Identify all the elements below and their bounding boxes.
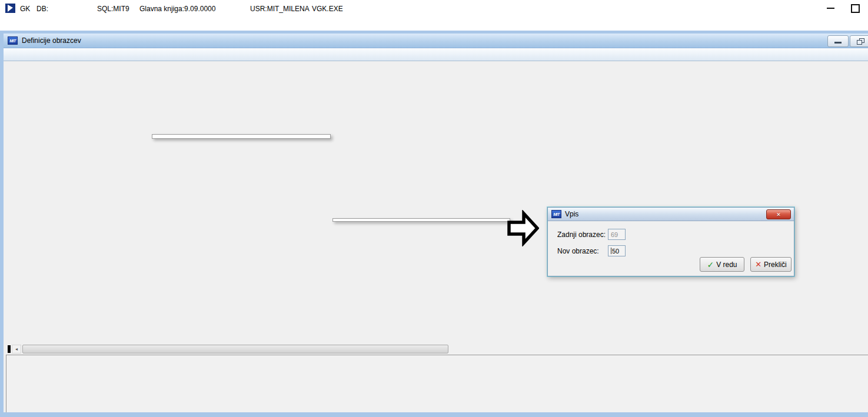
text-cursor-artifact: [8, 345, 11, 353]
tab-strip: [4, 48, 868, 61]
cancel-button-label: Prekliči: [764, 261, 787, 269]
cancel-button[interactable]: ✕ Prekliči: [750, 257, 791, 272]
main-titlebar: GK DB: SQL:MIT9 Glavna knjiga:9.09.0000 …: [0, 0, 868, 18]
empty-client-area: [6, 355, 868, 412]
child-restore-button[interactable]: [850, 35, 868, 47]
text-caret: [611, 248, 611, 254]
mit-logo-icon: MIT: [8, 36, 18, 45]
dialog-titlebar[interactable]: MIT Vpis ✕: [548, 208, 794, 221]
mit-logo-icon: MIT: [551, 210, 561, 218]
app-icon: [5, 3, 16, 14]
dialog-title: Vpis: [565, 210, 578, 218]
scrollbar-thumb[interactable]: [22, 345, 448, 353]
title-app: GK: [20, 5, 30, 13]
ajpes-submenu: [332, 218, 510, 222]
main-menubar: [0, 18, 868, 31]
new-form-field[interactable]: 50: [608, 245, 626, 256]
last-form-label: Zadnji obrazec:: [557, 231, 606, 239]
child-window-title: Definicije obrazcev: [22, 36, 81, 45]
new-form-label: Nov obrazec:: [557, 247, 599, 255]
scroll-left-button[interactable]: ◂: [12, 345, 21, 353]
child-minimize-button[interactable]: [827, 35, 849, 47]
new-form-value: 50: [612, 248, 619, 255]
minimize-icon: [834, 42, 842, 44]
restore-icon: [857, 38, 864, 45]
child-titlebar: MIT Definicije obrazcev: [4, 34, 868, 48]
close-icon: ✕: [776, 212, 781, 218]
maximize-button[interactable]: [846, 2, 864, 15]
cross-icon: ✕: [755, 260, 761, 269]
context-menu: [152, 134, 331, 139]
title-exe: VGK.EXE: [312, 5, 343, 13]
vpis-dialog: MIT Vpis ✕ Zadnji obrazec: 69 Nov obraze…: [547, 207, 794, 276]
title-db: DB:: [36, 5, 48, 13]
horizontal-scrollbar[interactable]: ◂: [6, 344, 868, 354]
window-frame-bottom: [0, 412, 868, 417]
ok-button[interactable]: ✓ V redu: [700, 257, 744, 272]
minimize-button[interactable]: [822, 2, 839, 15]
check-icon: ✓: [707, 260, 714, 269]
minimize-icon: [827, 8, 834, 9]
maximize-icon: [851, 4, 860, 13]
title-ledger: Glavna knjiga:9.09.0000: [139, 5, 215, 13]
last-form-field: 69: [608, 229, 626, 240]
title-user: USR:MIT_MILENA: [250, 5, 310, 13]
annotation-arrow-icon: [507, 210, 539, 246]
dialog-close-button[interactable]: ✕: [766, 209, 791, 219]
last-form-value: 69: [611, 231, 618, 238]
title-sql: SQL:MIT9: [97, 5, 129, 13]
ok-button-label: V redu: [716, 261, 737, 269]
